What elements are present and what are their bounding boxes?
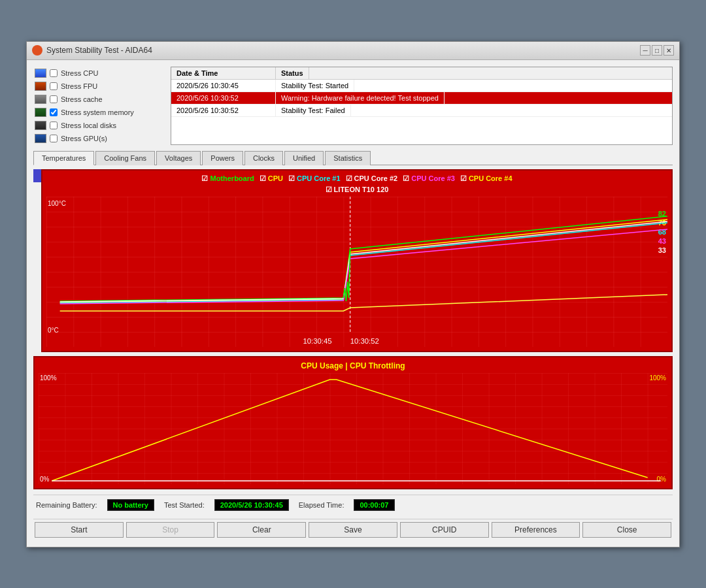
tab-powers[interactable]: Powers [202,151,243,165]
title-buttons: ─ □ ✕ [640,45,674,56]
elapsed-value: 00:00:07 [354,499,394,511]
stress-fpu-label: Stress FPU [61,82,97,90]
cache-icon [35,95,46,104]
log-cell-status-2: Warning: Hardware failure detected! Test… [276,92,445,104]
disks-icon [35,121,46,130]
close-button[interactable]: Close [582,522,671,538]
temp-chart-row: ☑ Motherboard ☑ CPU ☑ CPU Core #1 ☑ CPU … [33,169,673,356]
cpuid-button[interactable]: CPUID [400,522,489,538]
stress-gpu-label: Stress GPU(s) [61,135,107,142]
app-icon [32,45,42,56]
log-panel: Date & Time Status 2020/5/26 10:30:45 St… [171,67,673,145]
status-bar: Remaining Battery: No battery Test Start… [33,495,673,515]
tab-clocks[interactable]: Clocks [244,151,283,165]
footer-buttons: Start Stop Clear Save CPUID Preferences … [33,519,673,540]
blue-indicator [33,169,41,182]
title-bar-left: System Stability Test - AIDA64 [32,45,152,56]
legend-core2: ☑ CPU Core #2 [346,174,398,183]
window-title: System Stability Test - AIDA64 [46,46,152,55]
tab-voltages[interactable]: Voltages [156,151,201,165]
legend-liteon-label: LITEON T10 120 [334,186,389,193]
legend-core4-label: CPU Core #4 [469,174,513,182]
stress-disks-checkbox[interactable] [50,122,58,129]
legend-core4: ☑ CPU Core #4 [460,174,513,183]
legend-cpu: ☑ CPU [260,174,283,183]
log-cell-time-2: 2020/5/26 10:30:52 [171,92,276,104]
log-header: Date & Time Status [171,67,672,80]
legend-core1: ☑ CPU Core #1 [288,174,341,183]
cpu-icon [35,69,46,78]
minimize-button[interactable]: ─ [640,45,650,56]
usage-chart-panel: CPU Usage | CPU Throttling 100% 0% 100% … [33,356,673,489]
stress-disks-label: Stress local disks [61,122,116,129]
stress-fpu-checkbox[interactable] [50,82,58,90]
log-cell-status-3: Stability Test: Failed [276,105,351,116]
log-col-status: Status [276,67,309,79]
legend-motherboard-label: Motherboard [210,174,254,182]
usage-chart-svg [39,373,667,484]
svg-text:10:30:52: 10:30:52 [350,337,379,345]
save-button[interactable]: Save [309,522,397,538]
top-section: Stress CPU Stress FPU Stress cache Stres… [33,67,673,145]
tab-statistics[interactable]: Statistics [325,151,371,165]
gpu-icon [35,134,46,143]
stress-cpu-checkbox[interactable] [50,69,58,77]
stress-cache-checkbox[interactable] [50,95,58,103]
legend-core3: ☑ CPU Core #3 [403,174,455,183]
svg-text:10:30:45: 10:30:45 [303,337,331,345]
svg-rect-4 [39,373,667,484]
main-content: Stress CPU Stress FPU Stress cache Stres… [27,60,679,547]
elapsed-label: Elapsed Time: [299,501,345,509]
usage-chart-area: 100% 0% 100% 0% [39,373,667,484]
temp-chart-panel: ☑ Motherboard ☑ CPU ☑ CPU Core #1 ☑ CPU … [41,169,673,352]
stress-cpu-item: Stress CPU [33,67,164,80]
tab-cooling-fans[interactable]: Cooling Fans [95,151,155,165]
battery-value: No battery [107,499,154,511]
stop-button[interactable]: Stop [126,522,215,538]
log-row-1: 2020/5/26 10:30:45 Stability Test: Start… [171,80,672,92]
svg-rect-0 [46,197,667,347]
stress-disks-item: Stress local disks [33,119,164,132]
title-bar: System Stability Test - AIDA64 ─ □ ✕ [27,42,679,60]
legend-core3-label: CPU Core #3 [411,174,455,182]
log-cell-time-3: 2020/5/26 10:30:52 [171,105,276,116]
preferences-button[interactable]: Preferences [492,522,580,538]
battery-label: Remaining Battery: [36,501,97,509]
log-col-datetime: Date & Time [171,67,276,79]
stress-memory-item: Stress system memory [33,106,164,119]
legend-core1-label: CPU Core #1 [297,174,341,182]
temp-legend: ☑ Motherboard ☑ CPU ☑ CPU Core #1 ☑ CPU … [46,174,667,183]
stress-cpu-label: Stress CPU [61,69,98,77]
usage-legend: CPU Usage | CPU Throttling [39,361,667,370]
legend-motherboard: ☑ Motherboard [201,174,254,183]
tab-bar: Temperatures Cooling Fans Voltages Power… [33,150,673,165]
stress-gpu-checkbox[interactable] [50,135,58,142]
log-row-3: 2020/5/26 10:30:52 Stability Test: Faile… [171,105,672,117]
temp-legend-2: ☑ LITEON T10 120 [46,186,667,194]
usage-legend-label: CPU Usage | CPU Throttling [301,361,405,370]
log-cell-status-1: Stability Test: Started [276,80,354,91]
main-window: System Stability Test - AIDA64 ─ □ ✕ Str… [26,41,680,547]
stress-gpu-item: Stress GPU(s) [33,132,164,145]
started-label: Test Started: [164,501,205,509]
started-value: 2020/5/26 10:30:45 [214,499,289,511]
stress-memory-checkbox[interactable] [50,108,58,116]
clear-button[interactable]: Clear [217,522,306,538]
maximize-button[interactable]: □ [652,45,662,56]
start-button[interactable]: Start [35,522,124,538]
close-window-button[interactable]: ✕ [664,45,674,56]
legend-core2-label: CPU Core #2 [354,174,398,182]
temp-chart-svg: 10:30:45 10:30:52 [46,197,667,347]
tab-unified[interactable]: Unified [284,151,324,165]
stress-memory-label: Stress system memory [61,108,134,116]
legend-cpu-label: CPU [268,174,283,182]
tabs-section: Temperatures Cooling Fans Voltages Power… [33,150,673,165]
log-cell-time-1: 2020/5/26 10:30:45 [171,80,276,91]
legend-liteon: ☑ LITEON T10 120 [326,186,389,194]
memory-icon [35,108,46,117]
stress-cache-label: Stress cache [61,95,103,103]
tab-temperatures[interactable]: Temperatures [33,151,94,165]
temp-chart-area: 100°C 0°C 82 76 68 43 33 [46,197,667,347]
stress-fpu-item: Stress FPU [33,80,164,93]
stress-panel: Stress CPU Stress FPU Stress cache Stres… [33,67,164,145]
